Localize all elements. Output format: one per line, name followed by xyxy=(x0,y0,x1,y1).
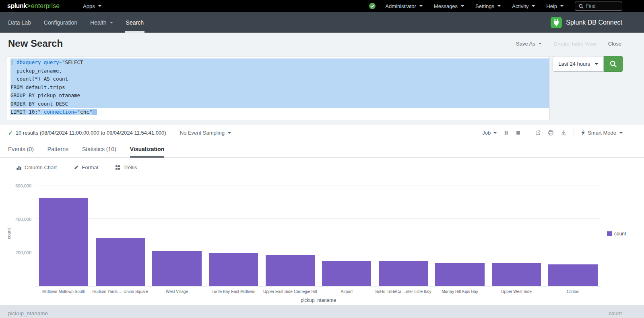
chevron-down-icon xyxy=(419,5,423,7)
run-search-button[interactable] xyxy=(604,56,623,72)
column-chart-icon xyxy=(16,165,22,170)
search-query-input[interactable]: | dbxquery query="SELECT pickup_ntaname,… xyxy=(7,56,549,120)
print-icon[interactable] xyxy=(548,130,554,136)
search-icon xyxy=(609,60,617,68)
bar-7[interactable] xyxy=(379,261,428,286)
nav-item-search[interactable]: Search xyxy=(120,12,150,33)
format-button[interactable]: Format xyxy=(74,164,98,170)
query-line: LIMIT 10;" connection="chc" xyxy=(10,108,549,116)
close-button[interactable]: Close xyxy=(608,41,621,47)
trellis-button[interactable]: Trellis xyxy=(115,164,137,170)
health-status-check-icon[interactable] xyxy=(369,3,376,9)
find-input[interactable] xyxy=(586,3,619,9)
x-tick-label: Murray Hill-Kips Bay xyxy=(431,289,488,294)
chart-type-button[interactable]: Column Chart xyxy=(16,164,57,170)
page-title: New Search xyxy=(8,38,63,49)
bar-5[interactable] xyxy=(266,255,315,286)
close-label: Close xyxy=(608,41,621,47)
chart-type-label: Column Chart xyxy=(25,164,57,170)
search-bar-area: | dbxquery query="SELECT pickup_ntaname,… xyxy=(0,54,644,125)
y-tick-label: 600,000 xyxy=(15,183,31,188)
x-tick-label: Upper West Side xyxy=(488,289,545,294)
bar-slot xyxy=(431,263,488,286)
x-tick-label: SoHo-TriBeCa-...nter-Little Italy xyxy=(375,289,432,294)
bar-8[interactable] xyxy=(435,263,484,286)
table-column-pickup-ntaname[interactable]: pickup_ntaname xyxy=(8,310,48,316)
splunk-logo[interactable]: splunk>enterprise xyxy=(7,2,60,10)
export-download-icon[interactable] xyxy=(561,130,567,136)
pause-job-icon[interactable] xyxy=(504,130,509,135)
chevron-down-icon xyxy=(110,22,113,23)
x-tick-label: Airport xyxy=(318,289,375,294)
administrator-menu-label: Administrator xyxy=(385,3,416,9)
search-mode-dropdown[interactable]: Smart Mode xyxy=(581,130,623,136)
divider xyxy=(574,129,574,137)
settings-menu[interactable]: Settings xyxy=(470,3,506,9)
x-tick-label: Clinton xyxy=(545,289,601,294)
chart-legend[interactable]: count xyxy=(601,181,644,287)
trellis-grid-icon xyxy=(115,165,120,170)
chevron-down-icon xyxy=(493,132,497,134)
y-axis-title: count xyxy=(6,181,12,287)
bar-slot xyxy=(149,251,205,286)
find-search-box[interactable] xyxy=(575,2,622,10)
bar-10[interactable] xyxy=(548,264,597,286)
tab-label: Events (0) xyxy=(8,146,34,152)
job-menu[interactable]: Job xyxy=(482,130,497,136)
bar-9[interactable] xyxy=(492,263,541,286)
page-header: New Search Save As Create Table View Clo… xyxy=(0,33,644,54)
event-sampling-label: No Event Sampling xyxy=(180,130,225,136)
query-line: ORDER BY count DESC xyxy=(10,100,549,108)
x-tick-label: Turtle Bay-East Midtown xyxy=(205,289,262,294)
nav-item-label: Health xyxy=(90,19,106,26)
bar-slot xyxy=(488,263,545,286)
bar-1[interactable] xyxy=(39,198,88,286)
x-tick-label: Midtown-Midtown South xyxy=(35,289,92,294)
apps-menu[interactable]: Apps xyxy=(77,0,107,12)
chart-section: count 200,000400,000600,000 count Midtow… xyxy=(0,178,644,303)
legend-swatch xyxy=(607,231,612,236)
nav-item-data-lab[interactable]: Data Lab xyxy=(2,12,37,33)
stop-job-icon[interactable] xyxy=(516,130,521,135)
nav-item-health[interactable]: Health xyxy=(84,12,119,33)
pencil-icon xyxy=(74,165,79,170)
nav-item-configuration[interactable]: Configuration xyxy=(37,12,84,33)
y-tick-label: 400,000 xyxy=(15,217,31,222)
db-connect-plug-icon xyxy=(551,17,562,28)
tab-events[interactable]: Events (0) xyxy=(8,141,34,157)
chevron-down-icon xyxy=(497,5,501,7)
bar-2[interactable] xyxy=(96,238,145,286)
bar-slot xyxy=(375,261,432,286)
table-column-count[interactable]: count xyxy=(609,310,622,316)
bar-3[interactable] xyxy=(152,251,201,286)
x-axis-labels: Midtown-Midtown SouthHudson Yards-...-Un… xyxy=(35,287,601,294)
bar-slot xyxy=(545,264,601,286)
bar-slot xyxy=(92,238,149,286)
legend-label: count xyxy=(614,231,626,237)
tab-statistics[interactable]: Statistics (10) xyxy=(82,141,116,157)
query-line: count(*) AS count xyxy=(10,75,549,83)
bar-6[interactable] xyxy=(322,261,371,286)
x-axis-title: pickup_ntaname xyxy=(35,294,601,303)
event-sampling-dropdown[interactable]: No Event Sampling xyxy=(180,130,231,136)
time-range-picker[interactable]: Last 24 hours xyxy=(553,56,604,72)
logo-splunk-text: splunk xyxy=(7,2,27,10)
chevron-down-icon xyxy=(619,132,623,134)
share-job-icon[interactable] xyxy=(535,130,541,136)
x-tick-label: West Village xyxy=(149,289,205,294)
create-table-view-button[interactable]: Create Table View xyxy=(554,41,596,47)
messages-menu[interactable]: Messages xyxy=(428,3,470,9)
bar-slot xyxy=(318,261,375,286)
tab-patterns[interactable]: Patterns xyxy=(47,141,68,157)
save-as-button[interactable]: Save As xyxy=(516,41,542,47)
tab-visualization[interactable]: Visualization xyxy=(130,141,164,157)
activity-menu[interactable]: Activity xyxy=(506,3,541,9)
divider xyxy=(528,129,528,137)
administrator-menu[interactable]: Administrator xyxy=(380,3,428,9)
bar-4[interactable] xyxy=(209,253,258,286)
help-menu[interactable]: Help xyxy=(541,3,569,9)
chevron-down-icon xyxy=(532,5,535,7)
chevron-down-icon xyxy=(98,5,101,7)
bars-container xyxy=(35,181,601,286)
app-badge[interactable]: Splunk DB Connect xyxy=(551,12,622,33)
